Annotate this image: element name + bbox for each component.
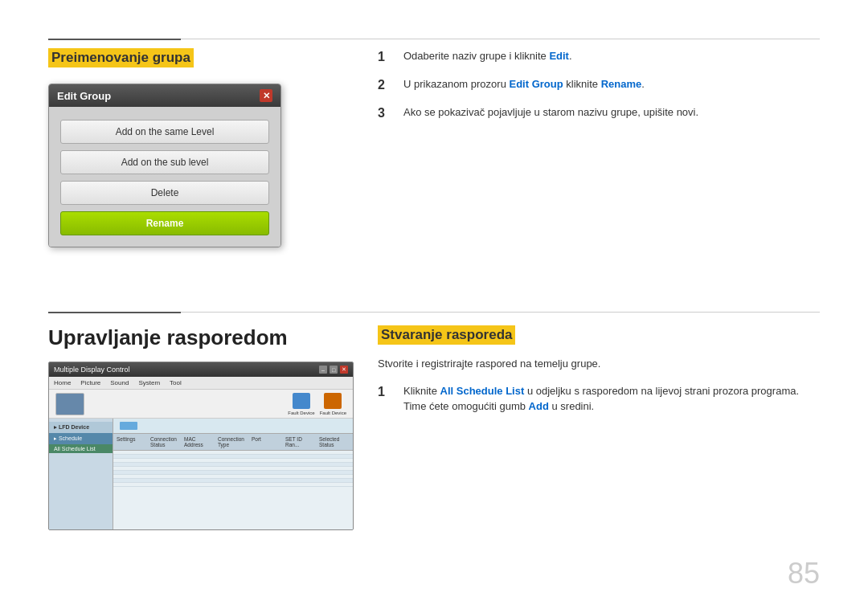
sw-fault-device-icon (293, 393, 310, 409)
step-2-number: 2 (378, 76, 397, 95)
dialog-title-text: Edit Group (57, 90, 111, 102)
sw-toolbar-home-icon (55, 393, 84, 415)
sw-main-area: Settings Connection Status MAC Address C… (113, 419, 353, 529)
sw-table-rows (113, 451, 353, 487)
step-2: 2 U prikazanom prozoru Edit Group klikni… (378, 76, 820, 95)
step-1-link-edit: Edit (549, 50, 569, 62)
sw-col-selected: Selected Status (319, 436, 350, 447)
section1-title: Preimenovanje grupa (48, 48, 194, 67)
sw-window-controls: – □ ✕ (319, 366, 348, 374)
sw-maximize-btn[interactable]: □ (330, 366, 338, 374)
add-sub-level-button[interactable]: Add on the sub level (60, 150, 269, 174)
step-1-text: Odaberite naziv grupe i kliknite Edit. (403, 48, 820, 64)
sw-col-port: Port (252, 436, 282, 447)
step-1-number: 1 (378, 47, 397, 67)
step-3-text: Ako se pokazivač pojavljuje u starom naz… (403, 104, 820, 121)
section2-left: Upravljanje rasporedom Multiple Display … (48, 325, 354, 530)
section3-title: Stvaranje rasporeda (378, 325, 515, 345)
sw-menu-tool[interactable]: Tool (170, 379, 182, 386)
sw-minimize-btn[interactable]: – (319, 366, 327, 374)
sw-fault-device-label: Fault Device (288, 411, 314, 415)
section1-right: 1 Odaberite naziv grupe i kliknite Edit.… (378, 48, 820, 133)
edit-group-dialog: Edit Group ✕ Add on the same Level Add o… (48, 84, 281, 247)
sw-body: ▸ LFD Device ▸ Schedule All Schedule Lis… (49, 419, 353, 529)
dialog-titlebar: Edit Group ✕ (49, 84, 280, 107)
page-number: 85 (788, 557, 820, 591)
software-screenshot: Multiple Display Control – □ ✕ Home Pict… (48, 362, 354, 530)
sw-menu-picture[interactable]: Picture (80, 379, 100, 386)
sw-fault-device2-icon (324, 393, 342, 409)
all-schedule-list-link: All Schedule List (440, 385, 525, 397)
sw-col-conn-type: Connection Type (218, 436, 248, 447)
step-3: 3 Ako se pokazivač pojavljuje u starom n… (378, 104, 820, 123)
sw-toolbar-fault-device2: Fault Device (320, 393, 346, 415)
sw-menu-home[interactable]: Home (54, 379, 71, 386)
dialog-close-button[interactable]: ✕ (260, 89, 272, 102)
step-2-link-editgroup: Edit Group (510, 78, 563, 90)
sw-col-set-id: SET ID Ran... (285, 436, 316, 447)
section2-title: Upravljanje rasporedom (48, 325, 354, 350)
step-2-link-rename: Rename (601, 78, 642, 90)
sw-sidebar-schedule[interactable]: ▸ Schedule (49, 433, 113, 444)
top-divider-accent (48, 39, 181, 40)
add-same-level-button[interactable]: Add on the same Level (60, 120, 269, 144)
mid-divider-accent (48, 312, 181, 313)
sw-toolbar-fault-device: Fault Device (288, 393, 314, 415)
step-1: 1 Odaberite naziv grupe i kliknite Edit. (378, 48, 820, 67)
sw-menu-sound[interactable]: Sound (110, 379, 129, 386)
section1-left: Preimenovanje grupa Edit Group ✕ Add on … (48, 48, 354, 247)
add-link: Add (529, 400, 549, 412)
step-3-number: 3 (378, 104, 397, 123)
sw-fault-device2-label: Fault Device (320, 411, 346, 415)
sw-sidebar-lfd-header: ▸ LFD Device (49, 422, 113, 433)
sw-menubar: Home Picture Sound System Tool (49, 377, 353, 390)
sw-titlebar: Multiple Display Control – □ ✕ (49, 362, 353, 377)
rename-button[interactable]: Rename (60, 211, 269, 235)
sw-sidebar: ▸ LFD Device ▸ Schedule All Schedule Lis… (49, 419, 113, 529)
section3-step-1-number: 1 (378, 382, 397, 402)
dialog-body: Add on the same Level Add on the sub lev… (49, 107, 280, 247)
sw-close-btn[interactable]: ✕ (340, 366, 348, 374)
table-row (113, 483, 353, 487)
sw-col-mac: MAC Address (184, 436, 215, 447)
delete-button[interactable]: Delete (60, 181, 269, 205)
sw-toolbar: Fault Device Fault Device (49, 390, 353, 419)
sw-col-settings: Settings (117, 436, 147, 447)
sw-sidebar-all-schedule[interactable]: All Schedule List (49, 444, 113, 453)
step-2-text: U prikazanom prozoru Edit Group kliknite… (403, 76, 820, 92)
sw-col-conn-status: Connection Status (150, 436, 181, 447)
sw-title-text: Multiple Display Control (54, 366, 130, 374)
sw-menu-system[interactable]: System (138, 379, 160, 386)
sw-table-header: Settings Connection Status MAC Address C… (113, 434, 353, 451)
section3-intro: Stvorite i registrirajte raspored na tem… (378, 356, 820, 372)
sw-add-button[interactable] (120, 422, 137, 430)
section3-right: Stvaranje rasporeda Stvorite i registrir… (378, 325, 820, 424)
section3-step-1: 1 Kliknite All Schedule List u odjeljku … (378, 383, 820, 415)
section3-step-1-text: Kliknite All Schedule List u odjeljku s … (403, 383, 820, 415)
